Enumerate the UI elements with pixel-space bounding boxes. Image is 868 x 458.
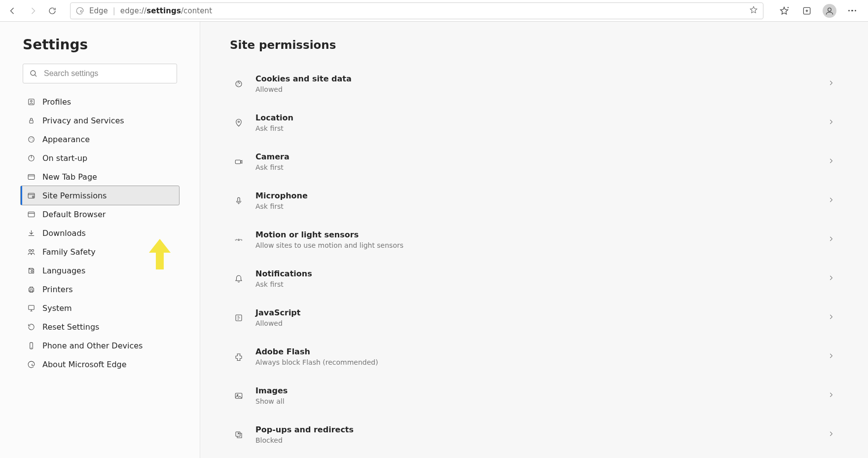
- sidebar-item-appearance[interactable]: Appearance: [21, 130, 179, 149]
- sidebar-item-label: Languages: [42, 266, 85, 275]
- sidebar-item-new-tab-page[interactable]: New Tab Page: [21, 167, 179, 186]
- favorites-button[interactable]: [775, 2, 793, 20]
- svg-point-17: [31, 270, 33, 272]
- edge-logo-icon: [75, 6, 84, 15]
- sidebar-item-on-start-up[interactable]: On start-up: [21, 149, 179, 167]
- sidebar-item-label: Privacy and Services: [42, 116, 124, 125]
- address-bar[interactable]: Edge | edge://settings/content: [70, 2, 763, 19]
- sidebar-item-label: Downloads: [42, 229, 86, 238]
- chrome-right-icons: [772, 2, 864, 20]
- nav-icon: [27, 97, 36, 106]
- url-text: edge://settings/content: [120, 6, 212, 15]
- permission-row-pop-ups-and-redirects[interactable]: Pop-ups and redirectsBlocked: [230, 415, 838, 454]
- permission-title: Notifications: [255, 269, 828, 278]
- sidebar-item-privacy-and-services[interactable]: Privacy and Services: [21, 111, 179, 130]
- permission-row-motion-or-light-sensors[interactable]: Motion or light sensorsAllow sites to us…: [230, 220, 838, 259]
- permission-subtitle: Allowed: [255, 85, 828, 93]
- settings-content: Site permissions Cookies and site dataAl…: [200, 22, 868, 458]
- chevron-right-icon: [828, 313, 834, 322]
- refresh-button[interactable]: [43, 2, 61, 20]
- svg-point-32: [237, 394, 238, 395]
- permission-title: Microphone: [255, 191, 828, 200]
- svg-rect-14: [28, 212, 35, 217]
- nav-icon: [27, 172, 36, 181]
- sidebar-item-printers[interactable]: Printers: [21, 280, 179, 299]
- nav-icon: [27, 304, 36, 312]
- sidebar-item-reset-settings[interactable]: Reset Settings: [21, 317, 179, 336]
- permission-row-cookies-and-site-data[interactable]: Cookies and site dataAllowed: [230, 64, 838, 103]
- svg-point-15: [29, 249, 31, 251]
- permission-row-notifications[interactable]: NotificationsAsk first: [230, 259, 838, 298]
- address-separator: |: [113, 6, 115, 15]
- more-menu-button[interactable]: [843, 2, 861, 20]
- svg-rect-27: [235, 160, 241, 164]
- nav-icon: [27, 266, 36, 275]
- nav-icon: [27, 341, 36, 350]
- permission-row-microphone[interactable]: MicrophoneAsk first: [230, 181, 838, 220]
- sidebar-item-family-safety[interactable]: Family Safety: [21, 242, 179, 261]
- favorite-star-icon[interactable]: [749, 5, 758, 16]
- permission-row-adobe-flash[interactable]: Adobe FlashAlways block Flash (recommend…: [230, 337, 838, 376]
- permission-title: JavaScript: [255, 308, 828, 317]
- sidebar-item-site-permissions[interactable]: Site Permissions: [21, 186, 179, 205]
- nav-icon: [27, 285, 36, 294]
- avatar-icon: [823, 4, 836, 18]
- permission-title: Adobe Flash: [255, 347, 828, 356]
- permission-row-images[interactable]: ImagesShow all: [230, 376, 838, 415]
- sidebar-item-downloads[interactable]: Downloads: [21, 224, 179, 242]
- collections-button[interactable]: [798, 2, 816, 20]
- permission-icon: [234, 157, 244, 167]
- svg-point-9: [32, 140, 32, 140]
- sidebar-item-label: About Microsoft Edge: [42, 360, 127, 369]
- permission-icon: [234, 313, 244, 323]
- sidebar-item-label: System: [42, 304, 72, 313]
- permission-icon: [234, 352, 244, 362]
- sidebar-item-default-browser[interactable]: Default Browser: [21, 205, 179, 224]
- sidebar-item-label: New Tab Page: [42, 172, 97, 182]
- sidebar-item-label: Appearance: [42, 135, 90, 144]
- svg-point-29: [238, 239, 240, 240]
- sidebar-item-label: Family Safety: [42, 247, 96, 257]
- permission-subtitle: Always block Flash (recommended): [255, 358, 828, 366]
- sidebar-item-label: Default Browser: [42, 210, 106, 219]
- nav-icon: [27, 247, 36, 256]
- settings-search[interactable]: [23, 64, 177, 83]
- permission-title: Pop-ups and redirects: [255, 425, 828, 434]
- sidebar-item-label: Reset Settings: [42, 322, 99, 332]
- nav-icon: [27, 229, 36, 237]
- permission-icon: [234, 430, 244, 440]
- svg-point-26: [238, 121, 240, 122]
- permission-row-javascript[interactable]: JavaScriptAllowed: [230, 298, 838, 337]
- svg-point-8: [32, 137, 32, 138]
- sidebar-item-profiles[interactable]: Profiles: [21, 92, 179, 111]
- chevron-right-icon: [828, 196, 834, 205]
- sidebar-item-label: On start-up: [42, 153, 87, 163]
- sidebar-item-system[interactable]: System: [21, 299, 179, 317]
- sidebar-item-languages[interactable]: Languages: [21, 261, 179, 280]
- permission-icon: [234, 235, 244, 245]
- chevron-right-icon: [828, 79, 834, 88]
- permission-title: Camera: [255, 152, 828, 161]
- sidebar-item-label: Profiles: [42, 97, 71, 107]
- permission-subtitle: Ask first: [255, 163, 828, 171]
- page-title: Settings: [23, 37, 177, 53]
- permission-subtitle: Ask first: [255, 124, 828, 132]
- nav-icon: [27, 153, 36, 162]
- chevron-right-icon: [828, 352, 834, 361]
- sidebar-item-about-microsoft-edge[interactable]: About Microsoft Edge: [21, 355, 179, 374]
- permission-row-location[interactable]: LocationAsk first: [230, 103, 838, 142]
- more-icon: [848, 10, 857, 12]
- profile-button[interactable]: [821, 2, 838, 20]
- permission-row-ads[interactable]: Ads: [230, 454, 838, 458]
- permission-row-camera[interactable]: CameraAsk first: [230, 142, 838, 181]
- nav-icon: [27, 210, 36, 219]
- svg-point-6: [28, 136, 34, 142]
- search-input[interactable]: [44, 69, 171, 78]
- browser-chrome: Edge | edge://settings/content: [0, 0, 868, 22]
- forward-button: [24, 2, 41, 20]
- chevron-right-icon: [828, 118, 834, 127]
- search-icon: [29, 69, 38, 78]
- chevron-right-icon: [828, 391, 834, 400]
- sidebar-item-phone-and-other-devices[interactable]: Phone and Other Devices: [21, 336, 179, 355]
- back-button[interactable]: [4, 2, 22, 20]
